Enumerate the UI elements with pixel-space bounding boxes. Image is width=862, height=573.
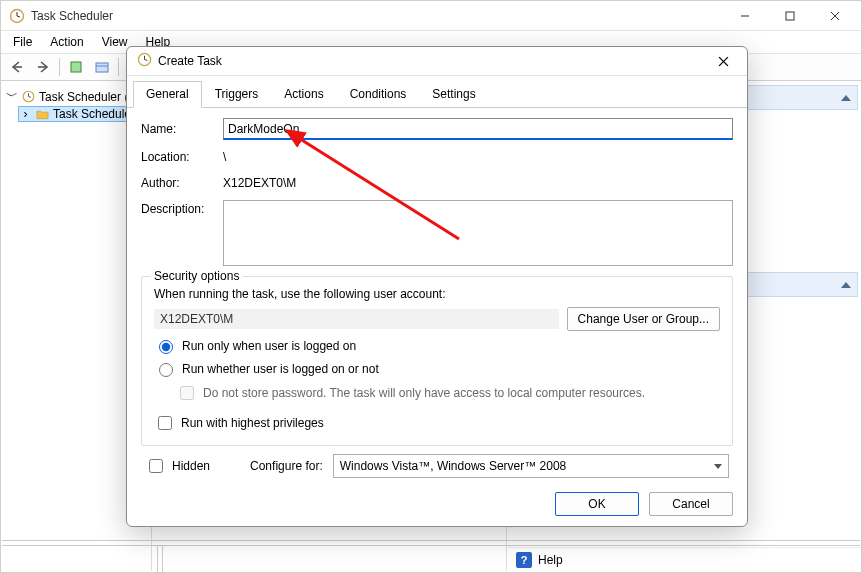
security-group: Security options When running the task, … — [141, 276, 733, 446]
collapse-icon[interactable]: ﹀ — [6, 88, 17, 105]
maximize-button[interactable] — [767, 2, 812, 30]
svg-rect-4 — [786, 12, 794, 20]
tabstrip: General Triggers Actions Conditions Sett… — [127, 80, 747, 108]
radio-logged-on-label: Run only when user is logged on — [182, 339, 356, 353]
help-label: Help — [538, 553, 563, 567]
clock-icon — [21, 90, 35, 104]
hidden-label: Hidden — [172, 459, 210, 473]
tab-triggers[interactable]: Triggers — [202, 81, 272, 108]
tree-root-label: Task Scheduler (L — [39, 90, 135, 104]
help-item[interactable]: ? Help — [508, 547, 861, 572]
dialog-titlebar: Create Task — [127, 47, 747, 76]
change-user-button[interactable]: Change User or Group... — [567, 307, 720, 331]
caret-up-icon — [841, 282, 851, 288]
caret-up-icon — [841, 95, 851, 101]
hidden-checkbox[interactable] — [149, 459, 163, 473]
close-button[interactable] — [812, 2, 857, 30]
location-label: Location: — [141, 150, 215, 164]
vertical-splitter[interactable] — [157, 546, 163, 572]
create-task-dialog: Create Task General Triggers Actions Con… — [126, 46, 748, 527]
menu-action[interactable]: Action — [42, 33, 91, 51]
dialog-title: Create Task — [158, 54, 703, 68]
author-value: X12DEXT0\M — [223, 174, 733, 192]
highest-priv-checkbox[interactable] — [158, 416, 172, 430]
configure-value: Windows Vista™, Windows Server™ 2008 — [340, 459, 567, 473]
tab-actions[interactable]: Actions — [271, 81, 336, 108]
forward-button[interactable] — [31, 56, 55, 78]
tab-general[interactable]: General — [133, 81, 202, 108]
expand-icon[interactable]: › — [20, 107, 31, 121]
folder-icon — [35, 107, 49, 121]
radio-any-label: Run whether user is logged on or not — [182, 362, 379, 376]
clock-icon — [137, 52, 152, 70]
tab-settings[interactable]: Settings — [419, 81, 488, 108]
name-input[interactable] — [223, 118, 733, 140]
svg-rect-9 — [71, 62, 81, 72]
help-icon: ? — [516, 552, 532, 568]
chevron-down-icon — [714, 464, 722, 469]
toolbar-icon-1[interactable] — [64, 56, 88, 78]
radio-logged-on[interactable] — [159, 340, 173, 354]
highest-priv-label: Run with highest privileges — [181, 416, 324, 430]
window-title: Task Scheduler — [31, 9, 722, 23]
radio-any[interactable] — [159, 363, 173, 377]
clock-icon — [9, 8, 25, 24]
configure-select[interactable]: Windows Vista™, Windows Server™ 2008 — [333, 454, 729, 478]
name-label: Name: — [141, 122, 215, 136]
no-store-pw-checkbox — [180, 386, 194, 400]
no-store-pw-label: Do not store password. The task will onl… — [203, 386, 645, 400]
horizontal-splitter[interactable] — [2, 540, 860, 546]
minimize-button[interactable] — [722, 2, 767, 30]
tree-child-label: Task Schedule — [53, 107, 131, 121]
configure-label: Configure for: — [250, 459, 323, 473]
cancel-button[interactable]: Cancel — [649, 492, 733, 516]
security-legend: Security options — [150, 269, 243, 283]
svg-rect-10 — [96, 63, 108, 72]
ok-button[interactable]: OK — [555, 492, 639, 516]
dialog-close-button[interactable] — [703, 47, 743, 75]
account-field: X12DEXT0\M — [154, 309, 559, 329]
description-input[interactable] — [223, 200, 733, 266]
location-value: \ — [223, 148, 733, 166]
toolbar-icon-2[interactable] — [90, 56, 114, 78]
menu-file[interactable]: File — [5, 33, 40, 51]
description-label: Description: — [141, 200, 215, 216]
author-label: Author: — [141, 176, 215, 190]
tab-conditions[interactable]: Conditions — [337, 81, 420, 108]
main-titlebar: Task Scheduler — [1, 1, 861, 31]
security-intro: When running the task, use the following… — [154, 287, 446, 301]
back-button[interactable] — [5, 56, 29, 78]
